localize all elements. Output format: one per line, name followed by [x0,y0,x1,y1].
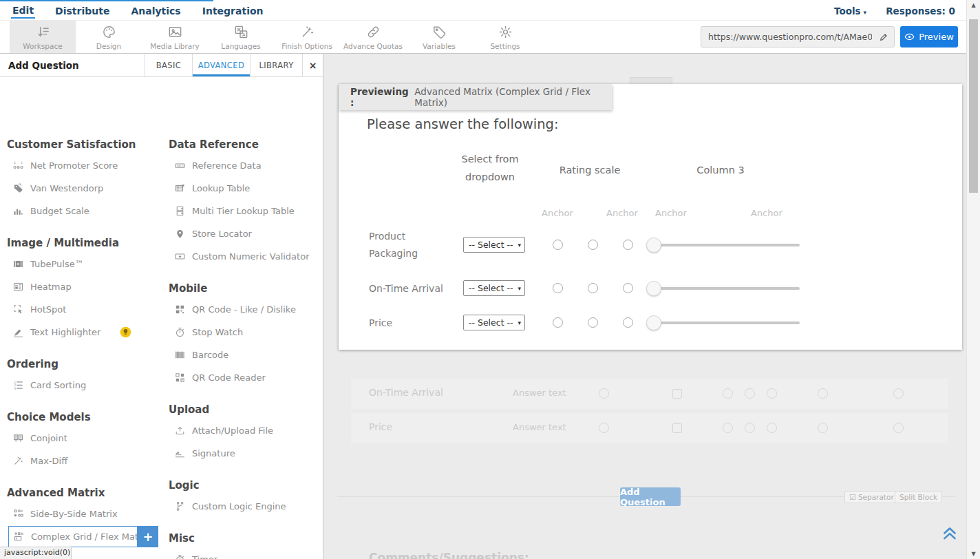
question-type-qr-code-like-dislike[interactable]: QR Code - Like / Dislike [169,298,323,321]
lookup-table-icon [174,182,186,194]
background-checkbox[interactable] [672,389,682,399]
tab-advanced[interactable]: ADVANCED [192,54,250,76]
background-radio-button[interactable] [745,388,755,399]
answer-text-placeholder[interactable]: Answer text [513,388,566,398]
question-type-van-westendorp[interactable]: Van Westendorp [7,177,165,200]
scrollbar-thumb[interactable] [969,19,978,193]
nav-tab-analytics[interactable]: Analytics [129,4,182,18]
question-type-lookup-table[interactable]: Lookup Table [169,177,323,200]
question-type-custom-numeric-validator[interactable]: Custom Numeric Validator [169,245,323,268]
question-type-qr-code-reader[interactable]: QR Code Reader [169,366,323,389]
question-type-label: Conjoint [30,433,67,443]
matrix-radio-button[interactable] [623,240,633,250]
add-question-panel-header: Add Question BASIC ADVANCED LIBRARY × [0,54,323,77]
toolbar-media-library-button[interactable]: Media Library [142,21,208,53]
question-type-attach-upload-file[interactable]: Attach/Upload File [169,419,323,442]
tab-library[interactable]: LIBRARY [250,54,302,76]
nav-tab-distribute[interactable]: Distribute [54,4,111,18]
responses-count[interactable]: Responses: 0 [886,6,955,17]
background-radio-button[interactable] [893,423,904,433]
toolbar-finish-options-button[interactable]: Finish Options [274,21,340,53]
toolbar-advance-quotas-button[interactable]: Advance Quotas [340,21,406,53]
slider-handle[interactable] [646,238,661,253]
question-type-complex-grid-flex-matrix[interactable]: Complex Grid / Flex Matrix+ [7,525,165,548]
preview-button[interactable]: Preview [900,26,958,48]
nav-tab-integration[interactable]: Integration [201,4,265,18]
slider-track[interactable] [655,244,800,246]
close-panel-button[interactable]: × [302,54,323,76]
question-type-heatmap[interactable]: Heatmap [7,275,165,298]
scrollbar-down-arrow[interactable]: ▼ [967,551,980,557]
matrix-radio-button[interactable] [553,283,563,293]
slider-track[interactable] [655,321,800,324]
toolbar-button-label: Workspace [23,42,62,50]
survey-editor-window: Edit Distribute Analytics Integration To… [0,0,980,559]
question-section-ordering: Ordering123Card Sorting [7,358,165,397]
question-type-multi-tier-lookup-table[interactable]: Multi Tier Lookup Table [169,200,323,222]
question-type-net-promoter-score[interactable]: 15Net Promoter Score [7,154,165,177]
question-type-timer[interactable]: Timer [169,548,323,559]
question-type-label: Complex Grid / Flex Matrix [31,531,150,542]
scroll-to-top-button[interactable] [941,524,959,545]
question-type-side-by-side-matrix[interactable]: Side-By-Side Matrix [7,503,165,525]
scrollbar-up-arrow[interactable]: ▲ [967,2,980,8]
split-block-button[interactable]: Split Block [895,491,942,503]
tools-dropdown[interactable]: Tools▾ [834,6,866,17]
add-selected-question-button[interactable]: + [138,526,158,547]
background-radio-button[interactable] [723,388,733,399]
selected-question-type[interactable]: Complex Grid / Flex Matrix [8,526,138,547]
toolbar-settings-button[interactable]: Settings [472,21,538,53]
edit-url-button[interactable] [873,27,894,47]
question-type-hotspot[interactable]: HotSpot [7,298,165,321]
chain-link-icon [365,24,381,40]
background-checkbox[interactable] [672,423,682,433]
question-type-card-sorting[interactable]: 123Card Sorting [7,374,165,397]
matrix-radio-button[interactable] [588,283,598,293]
matrix-select-dropdown[interactable]: -- Select --▾ [463,315,525,330]
question-type-signature[interactable]: Signature [169,442,323,465]
question-type-barcode[interactable]: Barcode [169,344,323,366]
nav-tab-edit[interactable]: Edit [11,3,35,19]
toolbar-variables-button[interactable]: Variables [406,21,472,53]
tab-basic[interactable]: BASIC [145,54,192,76]
question-type-max-diff[interactable]: Max-Diff [7,450,165,472]
question-type-custom-logic-engine[interactable]: Custom Logic Engine [169,495,323,518]
add-question-button[interactable]: Add Question [620,487,681,506]
matrix-radio-button[interactable] [553,317,563,328]
background-radio-button[interactable] [767,423,777,433]
question-type-tubepulse[interactable]: TubePulse™ [7,253,165,275]
page-scrollbar[interactable]: ▲ ▼ [966,0,980,559]
background-radio-button[interactable] [893,388,904,399]
matrix-select-dropdown[interactable]: -- Select --▾ [463,237,525,253]
question-type-label: Store Locator [192,229,252,239]
answer-text-placeholder[interactable]: Answer text [513,422,566,432]
survey-url-input[interactable] [701,32,873,42]
background-radio-button[interactable] [767,388,777,399]
separator-toggle-button[interactable]: ☑Separator [844,491,899,503]
toolbar-workspace-button[interactable]: Workspace [10,21,76,53]
question-type-conjoint[interactable]: Conjoint [7,427,165,450]
background-radio-button[interactable] [599,423,609,433]
matrix-select-dropdown[interactable]: -- Select --▾ [463,280,525,296]
slider-handle[interactable] [646,281,661,296]
matrix-radio-button[interactable] [623,283,633,293]
slider-track[interactable] [655,287,800,290]
question-type-text-highlighter[interactable]: Text Highlighter [7,321,165,344]
background-radio-button[interactable] [599,388,609,399]
matrix-radio-button[interactable] [553,240,563,250]
background-radio-button[interactable] [818,423,828,433]
background-radio-button[interactable] [723,423,733,433]
toolbar-languages-button[interactable]: ALanguages [208,21,274,53]
slider-handle[interactable] [646,315,661,330]
matrix-radio-button[interactable] [588,240,598,250]
background-radio-button[interactable] [745,423,755,433]
matrix-radio-button[interactable] [623,317,633,328]
question-type-reference-data[interactable]: 94123Reference Data [169,154,323,177]
background-radio-button[interactable] [818,388,828,399]
toolbar-design-button[interactable]: Design [76,21,142,53]
question-type-stop-watch[interactable]: Stop Watch [169,321,323,344]
matrix-radio-button[interactable] [588,317,598,328]
question-type-store-locator[interactable]: Store Locator [169,222,323,245]
question-type-label: Custom Logic Engine [192,501,286,511]
question-type-budget-scale[interactable]: Budget Scale [7,200,165,222]
